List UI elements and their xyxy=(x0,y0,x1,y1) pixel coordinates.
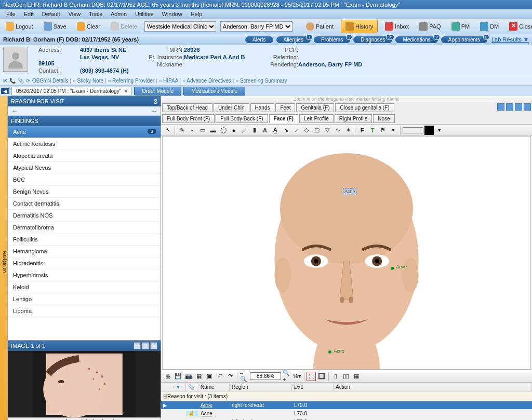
nav-collapse[interactable]: ◀ xyxy=(1,88,9,94)
active-document-tab[interactable]: 05/26/2017 02:05 PM : "Exam - Dermatolog… xyxy=(11,87,132,96)
region-tab-right-profile[interactable]: Right Profile xyxy=(335,114,372,123)
panel-restore-icon[interactable]: ⇳ xyxy=(142,342,149,349)
patient-button[interactable]: Patient xyxy=(303,21,337,32)
marker-dot-cheek[interactable] xyxy=(391,267,394,270)
attach-icon[interactable]: 📎 xyxy=(18,78,24,84)
save-icon[interactable]: 💾 xyxy=(174,372,183,381)
img-prev[interactable]: ← xyxy=(54,418,61,421)
link-referring-provider[interactable]: ○ Referring Provider xyxy=(108,78,154,84)
zoom-in-icon[interactable]: 🔍+ xyxy=(282,372,291,381)
finding-contact-dermatitis[interactable]: Contact dermatitis xyxy=(8,198,161,210)
body-canvas[interactable]: Acne Acne Acne xyxy=(162,136,531,370)
folder-icon[interactable] xyxy=(506,103,513,111)
pill-medications[interactable]: Medications? xyxy=(395,36,437,43)
close-tab-icon[interactable]: × xyxy=(124,88,127,94)
menu-window[interactable]: Window xyxy=(158,10,187,18)
pill-appointments[interactable]: Appointments0 xyxy=(441,36,487,43)
menu-view[interactable]: View xyxy=(64,10,85,18)
layout1-icon[interactable]: ▯ xyxy=(331,372,340,381)
finding-alopecia-areata[interactable]: Alopecia areata xyxy=(8,150,161,162)
panel-max-icon[interactable]: □ xyxy=(134,342,141,349)
ellipse-fill-tool[interactable]: ● xyxy=(229,126,238,135)
pin-icon[interactable] xyxy=(497,103,504,111)
menu-admin[interactable]: Admin xyxy=(107,10,131,18)
stroke-preview[interactable] xyxy=(403,127,423,133)
percent-icon[interactable]: %▾ xyxy=(292,372,302,381)
grid-icon[interactable] xyxy=(524,103,531,111)
redo-icon[interactable]: ↷ xyxy=(225,372,235,381)
menu-help[interactable]: Help xyxy=(187,10,207,18)
layout3-icon[interactable]: ▦ xyxy=(352,372,361,381)
actual-icon[interactable]: 🔲 xyxy=(317,372,326,381)
layout2-icon[interactable]: ▯▯ xyxy=(341,372,351,381)
finding-lipoma[interactable]: Lipoma xyxy=(8,305,161,317)
finding-hemangioma[interactable]: Hemangioma xyxy=(8,246,161,258)
finding-lentigo[interactable]: Lentigo xyxy=(8,293,161,305)
link-hipaa[interactable]: ○ HIPAA xyxy=(158,78,178,84)
mail-icon[interactable]: ✉ xyxy=(3,78,7,84)
inbox-button[interactable]: Inbox xyxy=(382,21,412,32)
fit-icon[interactable]: ⛶ xyxy=(307,372,316,381)
line-tool[interactable]: ／ xyxy=(240,126,249,135)
panel-close-icon[interactable]: ✕ xyxy=(150,342,157,349)
fill-black[interactable] xyxy=(424,126,434,135)
region-tab-nose[interactable]: Nose xyxy=(373,114,394,123)
menu-tools[interactable]: Tools xyxy=(85,10,107,18)
grid-icon[interactable]: ▦ xyxy=(194,372,204,381)
lab-results-link[interactable]: Lab Results ▼ xyxy=(491,36,529,43)
finding-hyperhidrosis[interactable]: Hyperhidrosis xyxy=(8,269,161,281)
medications-module-button[interactable]: Medications Module xyxy=(183,87,245,96)
menu-utilities[interactable]: Utilities xyxy=(131,10,157,18)
image-icon[interactable] xyxy=(515,103,522,111)
grid-row[interactable]: neleft cheekL70.0 xyxy=(161,417,532,420)
pill-diagnoses[interactable]: Diagnoses15 xyxy=(353,36,392,43)
measure-tool[interactable]: ✶ xyxy=(343,126,353,135)
pencil-tool[interactable]: ✎ xyxy=(177,126,187,135)
camera-icon[interactable]: 📷 xyxy=(184,372,193,381)
flag-tool[interactable]: ⚑ xyxy=(378,126,388,135)
lasso-tool[interactable]: ◇ xyxy=(302,126,311,135)
clinic-select[interactable]: Westside Medical Clinic xyxy=(144,21,216,32)
curve-tool[interactable]: ∿ xyxy=(333,126,342,135)
order-module-button[interactable]: Order Module xyxy=(134,87,181,96)
history-button[interactable]: History xyxy=(341,20,378,33)
finding-bcc[interactable]: BCC xyxy=(8,174,161,186)
print-icon[interactable]: 🖶 xyxy=(163,372,172,381)
fill-dropdown[interactable]: ▾ xyxy=(435,126,444,135)
textbox-tool[interactable]: A̲ xyxy=(271,126,280,135)
select-icon[interactable]: ▣ xyxy=(205,372,214,381)
region-tab-under-chin[interactable]: Under Chin xyxy=(214,103,249,112)
next-arrow[interactable]: → xyxy=(150,107,157,115)
clear-button[interactable]: Clear xyxy=(74,21,103,32)
link-screening-summary[interactable]: ○ Screening Summary xyxy=(235,78,287,84)
pill-allergies[interactable]: Allergies1 xyxy=(276,36,311,43)
region-tab-top-back-of-head[interactable]: Top/Back of Head xyxy=(162,103,212,112)
save-button[interactable]: Save xyxy=(41,21,70,32)
prev-arrow[interactable]: ← xyxy=(11,107,18,115)
finding-hidradenitis[interactable]: Hidradenitis xyxy=(8,258,161,269)
font-tool[interactable]: F xyxy=(357,126,367,135)
region-tab-face-f-[interactable]: Face (F) xyxy=(269,114,298,123)
pointer-tool[interactable]: ↖ xyxy=(163,126,172,135)
grid-group[interactable]: ⊟ Reason for visit : (3 items) xyxy=(161,391,532,401)
findings-list[interactable]: Acne3Actinic KeratosisAlopecia areataAty… xyxy=(8,126,161,340)
region-tab-feet[interactable]: Feet xyxy=(275,103,295,112)
color-tool[interactable]: T xyxy=(368,126,377,135)
crop-tool[interactable]: ▢ xyxy=(312,126,322,135)
phone-icon[interactable]: 📞 xyxy=(9,78,16,84)
rect-outline-tool[interactable]: ▭ xyxy=(198,126,207,135)
dot-tool[interactable]: • xyxy=(188,126,197,135)
finding-keloid[interactable]: Keloid xyxy=(8,281,161,293)
delete-button[interactable]: Delete xyxy=(108,21,140,32)
finding-actinic-keratosis[interactable]: Actinic Keratosis xyxy=(8,138,161,150)
finding-atypical-nevus[interactable]: Atypical Nevus xyxy=(8,162,161,174)
dm-button[interactable]: DM xyxy=(477,21,502,32)
finding-dermatofibroma[interactable]: Dermatofibroma xyxy=(8,222,161,234)
zoom-input[interactable] xyxy=(250,372,281,380)
zoom-out-icon[interactable]: –🔍 xyxy=(240,372,249,381)
image-preview[interactable] xyxy=(8,351,161,417)
marker-dot-neck[interactable] xyxy=(328,350,331,354)
region-tab-hands[interactable]: Hands xyxy=(250,103,275,112)
dropdown-tool[interactable]: ▾ xyxy=(389,126,398,135)
finding-dermatitis-nos[interactable]: Dermatitis NOS xyxy=(8,210,161,222)
